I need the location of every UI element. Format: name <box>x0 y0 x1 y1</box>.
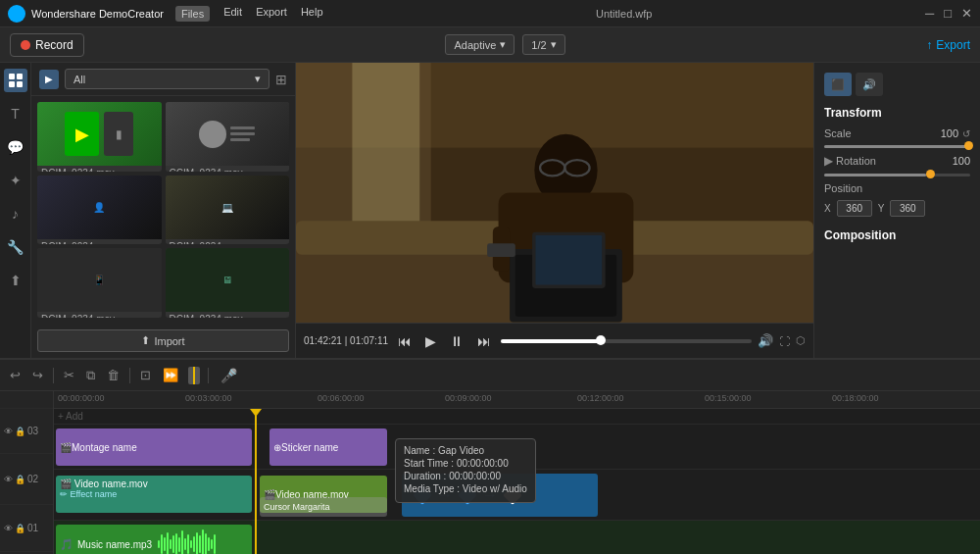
panel-tabs: ⬛ 🔊 <box>824 73 970 96</box>
y-input[interactable] <box>890 200 925 217</box>
cut-button[interactable]: ✂ <box>62 366 76 384</box>
main-toolbar: Record Adaptive ▾ 1/2 ▾ ↑ Export <box>0 27 980 63</box>
maximize-button[interactable]: □ <box>944 6 952 21</box>
speed-button[interactable]: ⏩ <box>161 366 180 384</box>
menu-export[interactable]: Export <box>256 6 287 22</box>
clip-sticker[interactable]: ⊕ Sticker name <box>270 428 387 466</box>
composition-title: Composition <box>824 228 970 242</box>
preview-panel: 01:42:21 | 01:07:11 ⏮ ▶ ⏸ ⏭ 🔊 ⛶ ⬡ <box>296 63 813 358</box>
timeline: ↩ ↪ ✂ ⧉ 🗑 ⊡ ⏩ 🎤 👁 🔒 03 👁 🔒 02 <box>0 358 980 554</box>
track-01-lock[interactable]: 🔒 <box>15 524 25 533</box>
menu-edit[interactable]: Edit <box>223 6 242 22</box>
sidebar-item-text[interactable]: T <box>4 102 27 126</box>
playhead[interactable] <box>255 409 257 554</box>
fullscreen-button[interactable]: ⬡ <box>796 334 806 347</box>
panel-tab-audio[interactable]: 🔊 <box>856 73 883 96</box>
media-panel: ▶ All ▾ ⊞ ▶ ▮ DCIM_0234.mcv <box>31 63 296 358</box>
redo-button[interactable]: ↪ <box>30 366 45 384</box>
clip-montage[interactable]: 🎬 Montage name <box>56 428 252 466</box>
separator-2 <box>129 368 130 383</box>
svg-rect-2 <box>9 81 15 87</box>
export-button[interactable]: ↑ Export <box>926 38 970 52</box>
sidebar-item-media[interactable] <box>4 69 27 92</box>
media-thumb-6[interactable]: 🖥 DCIM_0234.mov <box>166 248 290 318</box>
sidebar-item-chat[interactable]: 💬 <box>4 135 27 159</box>
skip-back-button[interactable]: ⏮ <box>394 331 416 351</box>
thumb-image-5: 📱 <box>37 248 162 312</box>
cursor-label: Cursor Margarita <box>264 502 330 512</box>
close-button[interactable]: ✕ <box>961 6 972 21</box>
clip-music[interactable]: 🎵 Music name.mp3 <box>56 525 252 554</box>
fit-button[interactable]: ⛶ <box>779 335 790 347</box>
svg-rect-1 <box>17 74 23 79</box>
add-clip-icon[interactable]: + Add <box>58 411 83 422</box>
clip-cursor[interactable]: Cursor Margarita <box>260 497 387 517</box>
media-thumb-1[interactable]: ▶ ▮ DCIM_0234.mcv <box>37 102 162 172</box>
svg-rect-3 <box>17 81 23 87</box>
track-02-lock[interactable]: 🔒 <box>15 475 25 484</box>
ruler-mark-4: 00:12:00:00 <box>577 393 624 403</box>
rotation-slider-row <box>824 174 970 176</box>
sidebar-item-tools[interactable]: 🔧 <box>4 235 27 259</box>
thumb-image-2 <box>166 102 290 166</box>
adaptive-select[interactable]: Adaptive ▾ <box>445 34 514 55</box>
scale-slider-row <box>824 145 970 148</box>
waveform <box>158 529 248 554</box>
media-thumb-2[interactable]: CCIM_0234.mov <box>166 102 290 172</box>
record-button[interactable]: Record <box>10 33 84 57</box>
play-button[interactable]: ▶ <box>421 331 440 351</box>
transform-section: Transform Scale 100 ↺ ▶ Rotation 100 <box>824 106 970 217</box>
pause-button[interactable]: ⏸ <box>446 331 467 351</box>
rotation-row: ▶ Rotation 100 <box>824 154 970 168</box>
thumb-image-1: ▶ ▮ <box>37 102 162 166</box>
minimize-button[interactable]: ─ <box>925 6 934 21</box>
media-thumb-5[interactable]: 📱 DCIM_0234.mov <box>37 248 162 318</box>
menu-files[interactable]: Files <box>175 6 210 22</box>
undo-button[interactable]: ↩ <box>8 366 23 384</box>
skip-forward-button[interactable]: ⏭ <box>473 331 495 351</box>
media-thumb-3[interactable]: 👤 DCIM_0234.mcv <box>37 176 162 245</box>
thumb-label-6: DCIM_0234.mov <box>166 312 290 318</box>
scale-reset-icon[interactable]: ↺ <box>962 128 970 139</box>
timeline-ruler: 00:00:00:00 00:03:00:00 00:06:00:00 00:0… <box>54 391 980 409</box>
add-clip-row: + Add <box>54 409 980 425</box>
track-02-eye[interactable]: 👁 <box>4 475 13 484</box>
transform-title: Transform <box>824 106 970 120</box>
ruler-mark-5: 00:15:00:00 <box>705 393 752 403</box>
rotation-expand[interactable]: ▶ <box>824 154 832 168</box>
delete-button[interactable]: 🗑 <box>105 366 122 384</box>
clip-video1[interactable]: 🎬 Video name.mov ✏ Effect name <box>56 476 252 513</box>
export-label: Export <box>936 38 970 52</box>
import-button[interactable]: ⬆ Import <box>37 329 289 352</box>
crop-button[interactable]: ⊡ <box>138 366 153 384</box>
video1-effect: ✏ Effect name <box>60 489 117 499</box>
thumb-image-6: 🖥 <box>166 248 290 312</box>
track-row-03: 🎬 Montage name ⊕ Sticker name Name : Gap… <box>54 425 980 470</box>
scale-slider[interactable] <box>824 145 970 148</box>
menu-help[interactable]: Help <box>301 6 323 22</box>
media-thumb-4[interactable]: 💻 DCIM_0234.mov <box>166 176 290 245</box>
sidebar-item-music[interactable]: ♪ <box>4 202 27 226</box>
video1-label: 🎬 Video name.mov <box>60 478 148 489</box>
filter-select[interactable]: All ▾ <box>65 69 270 89</box>
sidebar-item-effects[interactable]: ✦ <box>4 169 27 192</box>
thumb-label-1: DCIM_0234.mcv <box>37 166 162 172</box>
volume-icon[interactable]: 🔊 <box>758 333 773 348</box>
grid-view-icon[interactable]: ⊞ <box>275 72 287 87</box>
split-button[interactable]: ⧉ <box>84 366 97 385</box>
track-01-eye[interactable]: 👁 <box>4 524 13 533</box>
scale-row: Scale 100 ↺ <box>824 127 970 139</box>
microphone-button[interactable]: 🎤 <box>220 368 237 383</box>
record-label: Record <box>35 38 74 52</box>
rotation-slider[interactable] <box>824 174 970 176</box>
track-03-eye[interactable]: 👁 <box>4 427 13 436</box>
media-panel-header: ▶ All ▾ ⊞ <box>31 63 295 96</box>
playback-progress[interactable] <box>501 339 752 343</box>
sidebar-item-export[interactable]: ⬆ <box>4 269 27 292</box>
position-label: Position <box>824 182 868 194</box>
panel-tab-transform[interactable]: ⬛ <box>824 73 852 96</box>
track-03-lock[interactable]: 🔒 <box>15 427 25 436</box>
preview-video <box>296 63 813 323</box>
x-input[interactable] <box>837 200 872 217</box>
zoom-select[interactable]: 1/2 ▾ <box>522 34 564 55</box>
